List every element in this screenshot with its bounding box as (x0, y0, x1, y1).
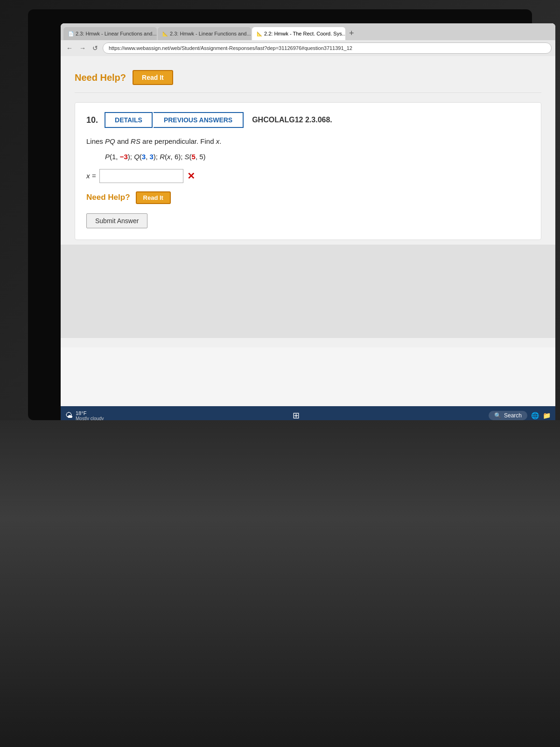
taskbar-search[interactable]: 🔍 Search (489, 411, 527, 420)
back-button[interactable]: ← (64, 43, 75, 53)
gray-area (61, 245, 555, 338)
search-label: Search (504, 412, 522, 419)
need-help-top-label: Need Help? (75, 72, 126, 83)
page-content: Need Help? Read It 10. DETAILS PREVIOUS … (61, 56, 555, 425)
tab-1[interactable]: 📄 2.3: Hmwk - Linear Functions and... ✕ (63, 27, 157, 40)
address-bar[interactable] (103, 42, 552, 54)
question-id: GHCOLALG12 2.3.068. (252, 116, 332, 124)
need-help-bottom: Need Help? Read It (86, 191, 530, 204)
need-help-top: Need Help? Read It (75, 65, 541, 93)
taskbar-center: ⊞ (109, 410, 484, 421)
tab-1-label: 2.3: Hmwk - Linear Functions and... (76, 31, 157, 36)
question-block: 10. DETAILS PREVIOUS ANSWERS GHCOLALG12 … (75, 102, 541, 240)
question-number: 10. (86, 115, 98, 125)
new-tab-button[interactable]: + (346, 28, 357, 38)
tab-3-label: 2.2: Hmwk - The Rect. Coord. Sys... (264, 31, 345, 36)
laptop-outer: 📄 2.3: Hmwk - Linear Functions and... ✕ … (0, 0, 560, 747)
laptop-body: hp esc f1 f2 f3 f4 f5 f6 f7 f8 f9 f10 f1… (0, 420, 560, 747)
math-expression: P(1, −3); Q(3, 3); R(x, 6); S(5, 5) (86, 153, 530, 161)
details-button[interactable]: DETAILS (105, 112, 153, 128)
reload-button[interactable]: ↺ (91, 43, 100, 53)
previous-answers-button[interactable]: PREVIOUS ANSWERS (154, 112, 244, 128)
taskbar-right: 🔍 Search 🌐 📁 (489, 411, 551, 420)
tab-2-label: 2.3: Hmwk - Linear Functions and... (170, 31, 251, 36)
screen-bezel: 📄 2.3: Hmwk - Linear Functions and... ✕ … (28, 9, 532, 420)
problem-text: Lines PQ and RS are perpendicular. Find … (86, 136, 530, 147)
tab-1-icon: 📄 (68, 31, 74, 36)
tab-2-icon: 📐 (162, 31, 168, 36)
answer-input[interactable] (99, 169, 183, 183)
content-area: Need Help? Read It 10. DETAILS PREVIOUS … (61, 56, 555, 347)
forward-button[interactable]: → (77, 43, 88, 53)
browser-chrome: 📄 2.3: Hmwk - Linear Functions and... ✕ … (61, 23, 555, 56)
weather-icon: 🌤 (65, 411, 73, 420)
answer-prefix: x = (86, 172, 96, 180)
question-header: 10. DETAILS PREVIOUS ANSWERS GHCOLALG12 … (86, 112, 530, 128)
windows-start-button[interactable]: ⊞ (291, 410, 301, 421)
tab-3[interactable]: 📐 2.2: Hmwk - The Rect. Coord. Sys... ✕ (252, 27, 345, 40)
need-help-bottom-label: Need Help? (86, 193, 130, 202)
taskbar-icon-2: 📁 (543, 412, 551, 419)
tab-3-icon: 📐 (257, 31, 262, 36)
weather-temp: 18°F (76, 410, 104, 416)
address-bar-row: ← → ↺ (61, 40, 555, 56)
browser-window: 📄 2.3: Hmwk - Linear Functions and... ✕ … (61, 23, 555, 425)
answer-row: x = ✕ (86, 169, 530, 183)
submit-answer-button[interactable]: Submit Answer (86, 213, 147, 228)
read-it-bottom-button[interactable]: Read It (136, 191, 171, 204)
taskbar-icon-1: 🌐 (531, 412, 539, 419)
taskbar-weather: 🌤 18°F Mostly cloudy (65, 410, 104, 421)
wrong-answer-mark: ✕ (187, 170, 195, 182)
tab-2[interactable]: 📐 2.3: Hmwk - Linear Functions and... ✕ (158, 27, 251, 40)
tab-bar: 📄 2.3: Hmwk - Linear Functions and... ✕ … (61, 23, 555, 40)
search-icon: 🔍 (494, 412, 501, 419)
read-it-top-button[interactable]: Read It (133, 70, 173, 85)
